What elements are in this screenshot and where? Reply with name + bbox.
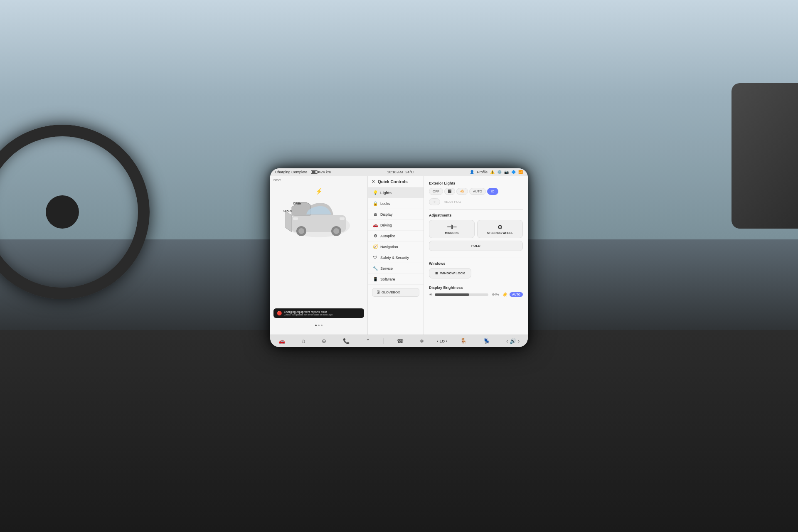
- brightness-fill: [435, 293, 469, 296]
- fold-button[interactable]: FOLD: [429, 241, 523, 251]
- divider-2: [429, 258, 523, 258]
- nav-music[interactable]: ♫: [298, 337, 309, 345]
- autopilot-label: Autopilot: [380, 234, 395, 238]
- menu-item-driving[interactable]: 🚗 Driving: [368, 220, 424, 231]
- menu-item-lights[interactable]: 💡 Lights: [368, 187, 424, 198]
- battery-fill: [312, 171, 316, 173]
- dashboard: [0, 330, 798, 532]
- mirrors-label: MIRRORS: [445, 232, 458, 234]
- person-icon: 👤: [470, 170, 474, 174]
- page-dots: [315, 325, 323, 326]
- svg-rect-6: [293, 217, 298, 220]
- light-auto-button[interactable]: AUTO: [469, 188, 486, 195]
- bluetooth-icon[interactable]: 🔷: [511, 170, 516, 174]
- fog-front-button[interactable]: ○: [429, 198, 440, 205]
- display-brightness-title: Display Brightness: [429, 286, 523, 290]
- exterior-lights-title: Exterior Lights: [429, 181, 523, 185]
- menu-item-software[interactable]: 📱 Software: [368, 274, 424, 285]
- auto-badge[interactable]: AUTO: [510, 292, 523, 297]
- page-dot-1: [315, 325, 317, 326]
- glovebox-button[interactable]: 🗄 GLOVEBOX: [372, 288, 419, 297]
- menu-item-navigation[interactable]: 🧭 Navigation: [368, 241, 424, 252]
- display-label: Display: [380, 212, 393, 217]
- menu-panel: × Quick Controls 💡 Lights 🔒 Locks 🖥 Disp…: [368, 176, 424, 335]
- steering-label: STEERING WHEEL: [487, 232, 513, 234]
- locks-label: Locks: [380, 202, 390, 206]
- nav-seat-passenger[interactable]: 💺: [480, 337, 493, 345]
- error-subtitle: Check equipment for error code or messag…: [284, 313, 332, 316]
- controls-panel: Exterior Lights OFF 🅿 🔆 AUTO IO ○ REAR F…: [424, 176, 528, 335]
- main-screen: Charging Complete 424 km 10:18 AM 24°C 👤…: [270, 168, 528, 347]
- window-lock-button[interactable]: ⊞ WINDOW LOCK: [429, 268, 471, 278]
- wifi-icon[interactable]: 📶: [518, 170, 523, 174]
- mirrors-button[interactable]: ⊣⊢ MIRRORS: [429, 220, 475, 238]
- fog-lights-row: ○ REAR FOG: [429, 198, 523, 205]
- driving-icon: 🚗: [373, 223, 378, 227]
- open-hood-label: OPEN: [293, 202, 301, 205]
- error-title: Charging equipment reports error: [284, 310, 332, 313]
- window-lock-label: WINDOW LOCK: [440, 271, 465, 275]
- status-bar: Charging Complete 424 km 10:18 AM 24°C 👤…: [270, 168, 528, 176]
- lights-label: Lights: [380, 191, 392, 195]
- light-off-button[interactable]: OFF: [429, 188, 443, 195]
- headrest-right: [732, 83, 798, 229]
- chevron-volume-right: ›: [518, 338, 520, 344]
- nav-car[interactable]: 🚗: [275, 337, 288, 345]
- brightness-percentage: 64%: [490, 293, 500, 296]
- nav-seat-driver[interactable]: 🪑: [457, 337, 470, 345]
- divider-3: [429, 282, 523, 282]
- nav-fan[interactable]: ❄: [416, 337, 427, 345]
- divider-1: [429, 209, 523, 210]
- doc-range: DOC: [273, 178, 281, 182]
- brightness-high-icon: ☀️: [502, 292, 507, 297]
- light-io-button[interactable]: IO: [487, 188, 498, 195]
- software-icon: 📱: [373, 277, 378, 281]
- safety-label: Safety & Security: [380, 256, 409, 260]
- navigation-icon: 🧭: [373, 244, 378, 249]
- status-left: Charging Complete 424 km: [275, 170, 331, 174]
- autopilot-icon: ⚙: [373, 234, 378, 238]
- lights-buttons-row: OFF 🅿 🔆 AUTO IO: [429, 188, 523, 195]
- steering-wheel-button[interactable]: ⊙ STEERING WHEEL: [477, 220, 523, 238]
- nav-apps[interactable]: ⊕: [318, 337, 330, 345]
- chevron-volume-left: ‹: [506, 338, 508, 344]
- window-lock-icon: ⊞: [435, 271, 438, 275]
- service-label: Service: [380, 266, 393, 271]
- light-parking-button[interactable]: 🅿: [444, 188, 455, 195]
- car-illustration: [281, 186, 356, 244]
- steering-icon: ⊙: [498, 224, 502, 230]
- nav-call[interactable]: ☎: [394, 337, 407, 345]
- chevron-right-icon: ›: [446, 339, 447, 343]
- camera-icon[interactable]: 📷: [504, 170, 509, 174]
- brightness-slider[interactable]: [435, 293, 488, 296]
- adjustments-row: ⊣⊢ MIRRORS ⊙ STEERING WHEEL: [429, 220, 523, 238]
- nav-volume[interactable]: ‹ 🔊 ›: [503, 337, 523, 345]
- menu-item-safety[interactable]: 🛡 Safety & Security: [368, 252, 424, 263]
- windows-title: Windows: [429, 261, 523, 266]
- open-door-label: OPEN: [283, 209, 292, 212]
- menu-header-label: Quick Controls: [378, 180, 408, 184]
- locks-icon: 🔒: [373, 201, 378, 206]
- menu-item-locks[interactable]: 🔒 Locks: [368, 198, 424, 209]
- status-center: 10:18 AM 24°C: [387, 170, 414, 174]
- menu-item-autopilot[interactable]: ⚙ Autopilot: [368, 231, 424, 241]
- svg-point-3: [298, 228, 304, 234]
- car-view-panel: DOC ⚡: [270, 176, 368, 335]
- battery-bar: 424 km: [311, 170, 331, 174]
- menu-item-service[interactable]: 🔧 Service: [368, 263, 424, 274]
- nav-chevron[interactable]: ⌃: [362, 337, 374, 345]
- svg-rect-7: [340, 217, 345, 220]
- menu-item-display[interactable]: 🖥 Display: [368, 209, 424, 220]
- error-icon: 🔴: [277, 311, 282, 315]
- mirrors-icon: ⊣⊢: [447, 224, 457, 230]
- bottom-nav-bar: 🚗 ♫ ⊕ 📞 ⌃ ☎ ❄ ‹ LO › 🪑 💺 ‹ 🔊 ›: [270, 335, 528, 347]
- temp-control[interactable]: ‹ LO ›: [437, 339, 448, 343]
- settings-icon[interactable]: ⚙️: [497, 170, 502, 174]
- status-right: 👤 Profile ⚠️ ⚙️ 📷 🔷 📶: [470, 170, 523, 174]
- profile-label[interactable]: Profile: [477, 170, 488, 174]
- light-low-button[interactable]: 🔆: [456, 188, 468, 195]
- close-button[interactable]: ×: [372, 179, 375, 185]
- nav-phone[interactable]: 📞: [340, 337, 353, 345]
- lights-icon: 💡: [373, 190, 378, 195]
- safety-icon: 🛡: [373, 255, 378, 260]
